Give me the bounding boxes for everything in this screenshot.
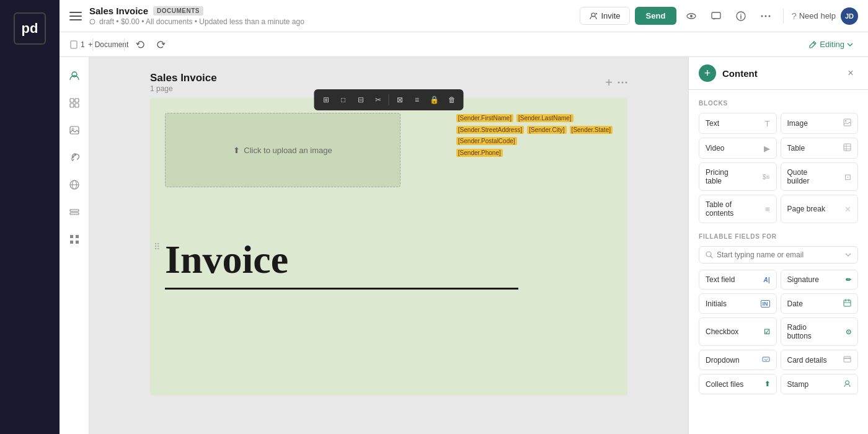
sender-firstname[interactable]: [Sender.FirstName] bbox=[456, 114, 513, 122]
apps-icon bbox=[69, 234, 80, 245]
comments-button[interactable] bbox=[706, 6, 726, 26]
ellipsis-icon bbox=[761, 15, 771, 17]
sidebar-link-icon[interactable] bbox=[63, 146, 86, 169]
block-tool-list[interactable]: ≡ bbox=[409, 92, 425, 108]
nav-actions: Invite Send ? Need help bbox=[580, 6, 859, 26]
document-page: ⠿ ⊞ □ ⊟ ✂ ⊠ ≡ 🔒 🗑 bbox=[150, 98, 627, 396]
image-upload-area[interactable]: ⬆ Click to upload an image bbox=[165, 113, 401, 187]
drag-handle[interactable]: ⠿ bbox=[154, 242, 160, 252]
field-dropdown[interactable]: Dropdown bbox=[699, 350, 777, 370]
document-canvas: Sales Invoice 1 page + ⠿ ⊞ bbox=[89, 57, 688, 434]
fillable-search-input[interactable] bbox=[717, 250, 841, 259]
sidebar-fields-icon[interactable] bbox=[63, 201, 86, 223]
undo-icon bbox=[136, 40, 144, 49]
page-indicator: 1 bbox=[69, 40, 85, 49]
invite-icon bbox=[589, 12, 598, 20]
block-text[interactable]: Text T bbox=[699, 113, 777, 134]
left-icon-sidebar bbox=[60, 57, 89, 434]
sender-info-block: [Sender.FirstName] [Sender.LastName] [Se… bbox=[456, 113, 613, 157]
block-video[interactable]: Video ▶ bbox=[699, 138, 777, 159]
block-page-break[interactable]: Page break ✕ bbox=[781, 195, 859, 223]
more-options-button[interactable] bbox=[756, 6, 776, 26]
svg-rect-13 bbox=[71, 41, 77, 48]
hamburger-menu[interactable] bbox=[69, 12, 82, 20]
block-tool-delete[interactable]: 🗑 bbox=[444, 92, 460, 108]
sidebar-translate-icon[interactable] bbox=[63, 174, 86, 196]
editing-mode-button[interactable]: Editing bbox=[804, 37, 858, 51]
block-tool-lock[interactable]: 🔒 bbox=[427, 92, 443, 108]
svg-line-41 bbox=[711, 256, 712, 258]
svg-point-33 bbox=[626, 82, 627, 84]
right-panel: + Content × BLOCKS Text T Image bbox=[688, 57, 868, 434]
send-button[interactable]: Send bbox=[635, 7, 677, 25]
undo-button[interactable] bbox=[132, 37, 148, 53]
document-badge: DOCUMENTS bbox=[153, 6, 203, 16]
page-count: 1 page bbox=[150, 84, 217, 93]
content-area: Sales Invoice 1 page + ⠿ ⊞ bbox=[60, 57, 868, 434]
field-initials[interactable]: Initials IN bbox=[699, 293, 777, 314]
image-icon bbox=[69, 125, 80, 136]
field-stamp[interactable]: Stamp bbox=[781, 374, 859, 394]
block-tool-resize[interactable]: ⊠ bbox=[392, 92, 408, 108]
question-icon: ? bbox=[791, 11, 796, 21]
sender-lastname[interactable]: [Sender.LastName] bbox=[516, 114, 574, 122]
block-quote-builder[interactable]: Quotebuilder ⊡ bbox=[781, 162, 859, 191]
field-card[interactable]: Card details bbox=[781, 350, 859, 370]
comment-icon bbox=[711, 11, 721, 21]
info-button[interactable] bbox=[731, 6, 751, 26]
add-page-button[interactable]: + bbox=[605, 76, 613, 90]
add-document-button[interactable]: + Document bbox=[100, 37, 117, 53]
sender-street[interactable]: [Sender.StreetAddress] bbox=[456, 126, 524, 134]
field-text[interactable]: Text field A| bbox=[699, 270, 777, 290]
plus-icon: + bbox=[88, 40, 93, 49]
invoice-divider bbox=[165, 288, 518, 290]
block-toolbar: ⊞ □ ⊟ ✂ ⊠ ≡ 🔒 🗑 bbox=[314, 89, 464, 110]
svg-rect-28 bbox=[76, 235, 79, 238]
svg-point-32 bbox=[622, 82, 624, 84]
svg-rect-36 bbox=[844, 144, 851, 151]
block-table[interactable]: Table bbox=[781, 138, 859, 159]
app-logo[interactable]: pd bbox=[14, 12, 46, 45]
svg-rect-25 bbox=[70, 210, 79, 211]
sender-postal[interactable]: [Sender.PostalCode] bbox=[456, 137, 517, 145]
svg-rect-47 bbox=[844, 356, 851, 362]
sidebar-apps-icon[interactable] bbox=[63, 228, 86, 250]
user-avatar[interactable]: JD bbox=[841, 7, 858, 25]
card-icon bbox=[843, 355, 851, 365]
block-tool-align[interactable]: ⊞ bbox=[318, 92, 334, 108]
block-toc[interactable]: Table ofcontents ≡ bbox=[699, 195, 777, 223]
eye-icon bbox=[686, 11, 696, 21]
text-field-icon: A| bbox=[763, 277, 769, 283]
invite-button[interactable]: Invite bbox=[580, 7, 630, 25]
block-tool-cut[interactable]: ✂ bbox=[370, 92, 386, 108]
sidebar-media-icon[interactable] bbox=[63, 119, 86, 141]
field-signature[interactable]: Signature ✏ bbox=[781, 270, 859, 290]
svg-point-12 bbox=[769, 15, 771, 17]
need-help-button[interactable]: ? Need help bbox=[791, 11, 836, 21]
dropdown-icon bbox=[762, 355, 770, 365]
block-pricing-table[interactable]: Pricingtable $≡ bbox=[699, 162, 777, 191]
svg-point-5 bbox=[690, 15, 693, 17]
svg-rect-27 bbox=[70, 235, 73, 238]
block-tool-crop[interactable]: ⊟ bbox=[353, 92, 369, 108]
field-checkbox[interactable]: Checkbox ☑ bbox=[699, 317, 777, 346]
field-collect-files[interactable]: Collect files ⬆ bbox=[699, 374, 777, 394]
page-icon bbox=[69, 40, 78, 49]
fillable-search[interactable] bbox=[699, 246, 858, 264]
svg-rect-18 bbox=[70, 104, 74, 107]
block-image[interactable]: Image bbox=[781, 113, 859, 134]
sender-city[interactable]: [Sender.City] bbox=[527, 126, 566, 134]
more-pages-icon[interactable] bbox=[618, 81, 627, 84]
document-title: Sales Invoice bbox=[89, 6, 148, 16]
panel-add-button[interactable]: + bbox=[699, 64, 716, 82]
redo-button[interactable] bbox=[153, 37, 169, 53]
sidebar-contacts-icon[interactable] bbox=[63, 64, 86, 87]
sender-phone[interactable]: [Sender.Phone] bbox=[456, 149, 503, 157]
block-tool-square[interactable]: □ bbox=[335, 92, 352, 108]
preview-button[interactable] bbox=[681, 6, 701, 26]
sidebar-grid-icon[interactable] bbox=[63, 92, 86, 114]
sender-state[interactable]: [Sender.State] bbox=[570, 126, 613, 134]
panel-close-button[interactable]: × bbox=[843, 66, 858, 81]
field-date[interactable]: Date bbox=[781, 293, 859, 314]
field-radio[interactable]: Radiobuttons ⊙ bbox=[781, 317, 859, 346]
